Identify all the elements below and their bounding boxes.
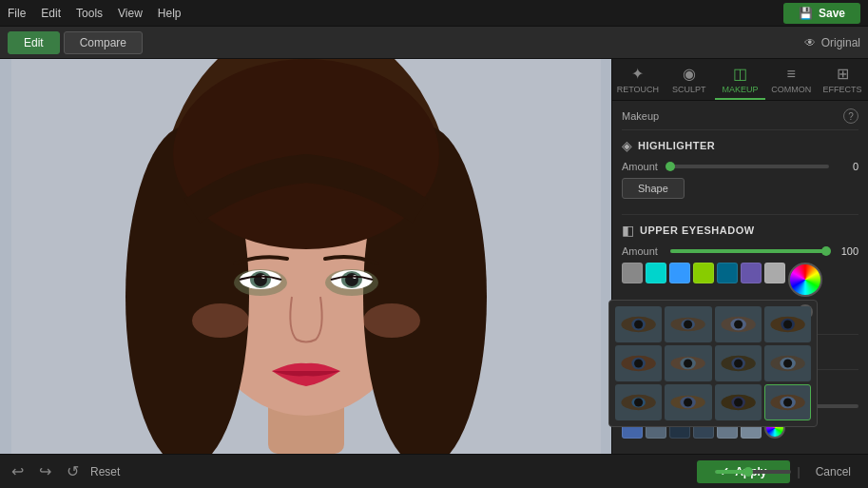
eye-style-4[interactable] bbox=[764, 306, 811, 342]
eyeshadow-slider[interactable] bbox=[670, 249, 829, 253]
svg-point-42 bbox=[783, 359, 792, 367]
tab-common[interactable]: ≡ COMMON bbox=[765, 59, 817, 100]
highlighter-slider[interactable] bbox=[670, 165, 829, 168]
svg-point-21 bbox=[634, 320, 643, 328]
highlighter-amount-value: 0 bbox=[835, 161, 858, 172]
svg-point-36 bbox=[684, 359, 692, 367]
tab-makeup-label: MAKEUP bbox=[722, 85, 758, 94]
tab-sculpt-label: SCULPT bbox=[672, 85, 706, 94]
eye-style-3[interactable] bbox=[715, 306, 762, 342]
eye-style-11[interactable] bbox=[715, 384, 762, 420]
makeup-icon: ◫ bbox=[733, 65, 747, 83]
eye-style-10[interactable] bbox=[665, 384, 711, 420]
eye-style-9[interactable] bbox=[615, 384, 662, 420]
upper-eyeshadow-title-row: ◧ UPPER EYESHADOW bbox=[622, 223, 858, 238]
save-button[interactable]: 💾 Save bbox=[783, 3, 860, 24]
zoom-fill bbox=[715, 470, 745, 474]
redo-button[interactable]: ↪ bbox=[35, 460, 55, 482]
highlighter-slider-thumb[interactable] bbox=[665, 162, 675, 171]
svg-point-13 bbox=[254, 273, 267, 286]
color-swatch[interactable] bbox=[669, 263, 690, 283]
tab-retouch-label: RETOUCH bbox=[617, 85, 659, 94]
eye-style-8[interactable] bbox=[764, 345, 811, 381]
eyeshadow-slider-fill bbox=[670, 249, 829, 253]
eye-style-7[interactable] bbox=[715, 345, 762, 381]
undo-button[interactable]: ↩ bbox=[8, 460, 28, 482]
eyeshadow-slider-thumb[interactable] bbox=[821, 246, 831, 256]
eye-style-6[interactable] bbox=[665, 345, 711, 381]
highlighter-icon: ◈ bbox=[622, 138, 632, 153]
reset-label[interactable]: Reset bbox=[90, 465, 120, 478]
tab-sculpt[interactable]: ◉ SCULPT bbox=[664, 59, 715, 100]
tab-effects-label: EFFECTS bbox=[823, 85, 862, 94]
reset-icon-button[interactable]: ↺ bbox=[63, 460, 83, 482]
eye-style-grid bbox=[615, 306, 811, 420]
tab-effects[interactable]: ⊞ EFFECTS bbox=[817, 59, 868, 100]
svg-point-27 bbox=[734, 320, 743, 328]
canvas-area[interactable] bbox=[0, 59, 611, 454]
svg-point-39 bbox=[734, 359, 743, 367]
sculpt-icon: ◉ bbox=[683, 65, 696, 83]
svg-point-18 bbox=[363, 303, 420, 338]
color-swatch[interactable] bbox=[741, 263, 762, 283]
svg-point-14 bbox=[345, 273, 358, 286]
color-swatch[interactable] bbox=[764, 263, 785, 283]
menu-edit[interactable]: Edit bbox=[41, 7, 61, 20]
svg-point-45 bbox=[634, 398, 643, 406]
tab-retouch[interactable]: ✦ RETOUCH bbox=[612, 59, 664, 100]
tab-bar: ✦ RETOUCH ◉ SCULPT ◫ MAKEUP ≡ COMMON ⊞ bbox=[612, 59, 868, 101]
zoom-thumb[interactable] bbox=[743, 467, 753, 477]
menu-help[interactable]: Help bbox=[158, 7, 182, 20]
color-swatch[interactable] bbox=[646, 263, 666, 283]
edit-tab[interactable]: Edit bbox=[8, 31, 60, 54]
shape-button[interactable]: Shape bbox=[622, 178, 685, 199]
menu-tools[interactable]: Tools bbox=[76, 7, 103, 20]
eyeshadow-amount-label: Amount bbox=[622, 245, 665, 257]
titlebar: File Edit Tools View Help 💾 Save bbox=[0, 0, 868, 27]
retouch-icon: ✦ bbox=[631, 65, 644, 83]
panel-title: Makeup bbox=[622, 110, 659, 122]
svg-point-33 bbox=[634, 359, 643, 367]
color-swatch[interactable] bbox=[622, 263, 643, 283]
svg-point-51 bbox=[734, 398, 743, 406]
svg-point-48 bbox=[684, 398, 692, 406]
save-label: Save bbox=[819, 7, 845, 20]
highlighter-section: ◈ HIGHLIGHTER Amount 0 Shape bbox=[622, 129, 858, 214]
menu-bar: File Edit Tools View Help bbox=[8, 7, 182, 20]
compare-tab[interactable]: Compare bbox=[64, 31, 143, 54]
svg-point-30 bbox=[783, 320, 792, 328]
common-icon: ≡ bbox=[787, 66, 796, 83]
eye-style-popup: × bbox=[608, 300, 818, 427]
menu-view[interactable]: View bbox=[118, 7, 143, 20]
eye-icon: 👁 bbox=[804, 36, 816, 49]
help-button[interactable]: ? bbox=[843, 108, 858, 124]
highlighter-title: HIGHLIGHTER bbox=[638, 140, 715, 151]
upper-eyeshadow-title: UPPER EYESHADOW bbox=[640, 224, 755, 236]
color-swatch[interactable] bbox=[717, 263, 738, 283]
panel-header: Makeup ? bbox=[622, 108, 858, 124]
editbar: Edit Compare 👁 Original bbox=[0, 27, 868, 59]
app-wrapper: File Edit Tools View Help 💾 Save Edit Co… bbox=[0, 0, 868, 488]
svg-point-17 bbox=[192, 303, 249, 338]
color-wheel[interactable] bbox=[788, 263, 822, 297]
eye-style-5[interactable] bbox=[615, 345, 662, 381]
tab-makeup[interactable]: ◫ MAKEUP bbox=[715, 59, 766, 100]
original-toggle[interactable]: 👁 Original bbox=[804, 36, 860, 49]
original-label: Original bbox=[821, 36, 860, 49]
svg-point-24 bbox=[684, 320, 692, 328]
color-swatch[interactable] bbox=[693, 263, 714, 283]
highlighter-title-row: ◈ HIGHLIGHTER bbox=[622, 138, 858, 153]
effects-icon: ⊞ bbox=[837, 65, 849, 83]
zoom-slider[interactable] bbox=[715, 470, 791, 474]
tab-common-label: COMMON bbox=[771, 85, 811, 94]
save-icon: 💾 bbox=[799, 7, 813, 20]
highlighter-amount-row: Amount 0 bbox=[622, 161, 858, 172]
eye-style-12[interactable] bbox=[764, 384, 811, 420]
eye-style-1[interactable] bbox=[615, 306, 662, 342]
eyeshadow-amount-value: 100 bbox=[835, 245, 858, 257]
eye-style-2[interactable] bbox=[665, 306, 711, 342]
highlighter-amount-label: Amount bbox=[622, 161, 665, 172]
menu-file[interactable]: File bbox=[8, 7, 26, 20]
face-canvas bbox=[11, 59, 601, 454]
eyeshadow-amount-row: Amount 100 bbox=[622, 245, 858, 257]
